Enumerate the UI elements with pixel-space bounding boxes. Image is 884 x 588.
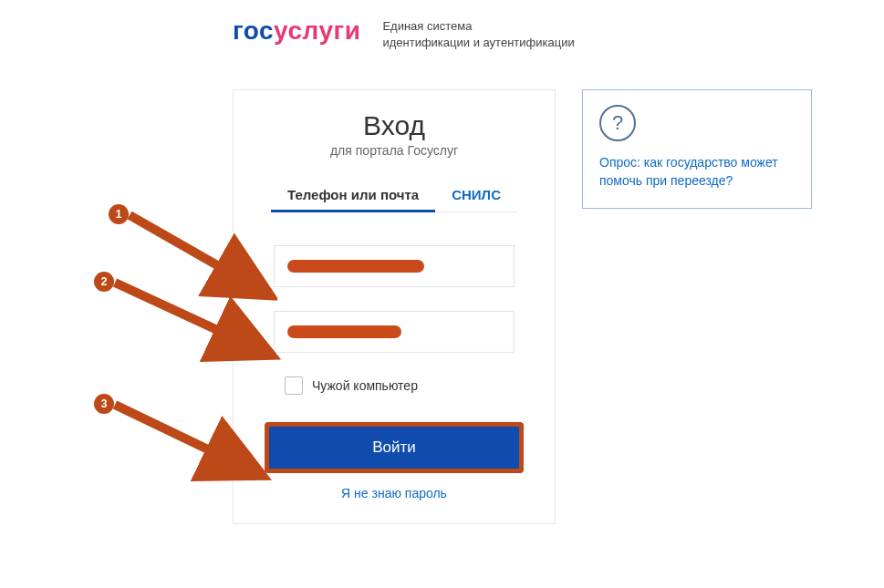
tagline-line-2: идентификации и аутентификации — [382, 35, 574, 51]
tab-phone-email[interactable]: Телефон или почта — [271, 181, 435, 212]
logo-tagline: Единая система идентификации и аутентифи… — [382, 18, 574, 50]
login-card: Вход для портала Госуслуг Телефон или по… — [233, 89, 556, 524]
help-card: ? Опрос: как государство может помочь пр… — [582, 89, 812, 209]
logo-text-gos: гос — [233, 16, 274, 45]
login-fields — [234, 245, 555, 353]
login-input[interactable] — [274, 245, 515, 287]
question-icon: ? — [599, 105, 636, 141]
annotation-badge-1: 1 — [109, 204, 129, 224]
help-link[interactable]: Опрос: как государство может помочь при … — [599, 154, 795, 190]
redacted-password-value — [287, 325, 401, 338]
login-subtitle: для портала Госуслуг — [234, 143, 555, 158]
foreign-computer-checkbox[interactable] — [285, 377, 303, 395]
login-button[interactable]: Войти — [269, 427, 519, 469]
gosuslugi-logo: госуслуги — [233, 16, 360, 46]
tagline-line-1: Единая система — [382, 18, 574, 35]
annotation-badge-2: 2 — [94, 272, 114, 292]
password-input[interactable] — [274, 311, 515, 353]
forgot-password-link[interactable]: Я не знаю пароль — [341, 486, 447, 500]
logo-text-uslugi: услуги — [274, 16, 360, 45]
tab-snils[interactable]: СНИЛС — [435, 181, 517, 212]
login-tabs: Телефон или почта СНИЛС — [234, 181, 555, 212]
login-title: Вход — [234, 110, 555, 141]
page-header: госуслуги Единая система идентификации и… — [233, 16, 575, 50]
redacted-login-value — [287, 260, 424, 273]
foreign-computer-label: Чужой компьютер — [312, 378, 418, 393]
login-button-highlight: Войти — [265, 422, 524, 473]
foreign-computer-row: Чужой компьютер — [234, 377, 555, 395]
annotation-badge-3: 3 — [94, 394, 114, 414]
